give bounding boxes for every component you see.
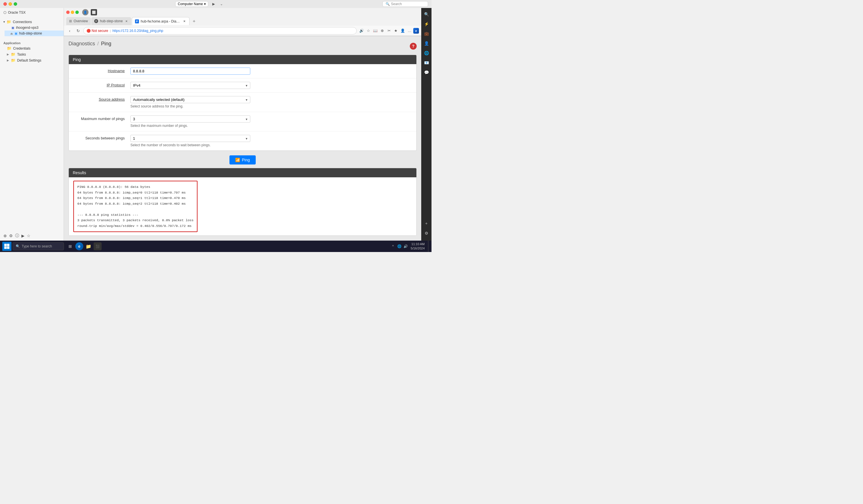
tray-chevron-icon[interactable]: ^ [390, 244, 396, 249]
mac-titlebar: Computer Name ▾ ▶ ⌄ 🔍 Search [0, 0, 432, 8]
wifi-icon: 📶 [235, 158, 240, 162]
tab-hub-fw-close[interactable]: ✕ [182, 20, 186, 23]
browser-tab-hub-step-stone[interactable]: ✕ hub-step-stone ✕ [91, 17, 131, 25]
sidebar-application-header: Application [0, 40, 64, 45]
browser-window-icon[interactable]: ⬜ [91, 9, 97, 15]
ip-protocol-select-wrap: IPv4 IPv6 [130, 82, 250, 89]
tasks-label: Tasks [17, 52, 26, 56]
taskbar-clock[interactable]: 11:10 AM 5/16/2024 [411, 242, 425, 251]
address-bar[interactable]: 🔴 Not secure | https://172.16.0.20/diag_… [83, 27, 357, 35]
sidebar-item-default-settings[interactable]: ▶ 📁 Default Settings [0, 57, 64, 63]
profile-signin-icon[interactable]: 👤 [400, 28, 406, 34]
not-secure-label: Not secure [92, 29, 108, 33]
seconds-select[interactable]: 1 2 3 5 [130, 135, 250, 142]
right-bag-icon[interactable]: 💼 [422, 30, 430, 38]
taskbar-multitasking-icon[interactable]: ⊞ [66, 242, 74, 250]
mac-max-button[interactable] [14, 2, 17, 6]
result-stats-1: 3 packets transmitted, 3 packets receive… [77, 218, 193, 223]
right-lightning-icon[interactable]: ⚡ [422, 20, 430, 28]
ip-protocol-select[interactable]: IPv4 IPv6 [130, 82, 250, 89]
info-icon[interactable]: ⓘ [15, 233, 19, 238]
forward-icon[interactable]: ▶ [21, 233, 25, 238]
computer-name-dropdown[interactable]: Computer Name ▾ [175, 1, 208, 7]
tab-hub-step-stone-close[interactable]: ✕ [124, 19, 128, 23]
right-settings-icon[interactable]: ⚙ [422, 229, 430, 237]
browser-close-btn[interactable] [66, 11, 70, 14]
tray-network-icon[interactable]: 🌐 [397, 244, 402, 249]
taskbar-time: 11:10 AM [411, 242, 425, 246]
source-address-hint: Select source address for the ping. [130, 104, 412, 108]
chevron-down-icon[interactable]: ⌄ [218, 1, 224, 7]
screenshot-icon[interactable]: ✂ [386, 28, 392, 34]
taskbar-terminal-icon[interactable]: ⬛ [93, 242, 102, 250]
results-body: PING 8.8.8.8 (8.8.8.8): 56 data bytes 64… [69, 177, 416, 235]
source-address-control: Automatically selected (default) Select … [130, 96, 412, 108]
tray-volume-icon[interactable]: 🔊 [403, 244, 408, 249]
eject-icon: ⏏ [10, 32, 13, 35]
browser-profile-icon[interactable]: 👤 [82, 9, 88, 15]
more-options-icon[interactable]: … [407, 28, 413, 34]
sidebar-item-oracle-tsx[interactable]: ⬡ Oracle TSX [0, 10, 64, 15]
ping-button[interactable]: 📶 Ping [229, 155, 255, 165]
back-button[interactable]: ‹ [66, 27, 73, 34]
titlebar-search[interactable]: 🔍 Search [383, 1, 428, 7]
reload-button[interactable]: ↻ [75, 27, 82, 34]
breadcrumb-parent[interactable]: Diagnostics [68, 41, 95, 47]
right-search-icon[interactable]: 🔍 [422, 10, 430, 18]
read-aloud-icon[interactable]: 🔊 [359, 28, 365, 34]
browser-chrome: 👤 ⬜ ⊞ Overview ✕ hub-step-stone ✕ P hub-… [64, 8, 421, 36]
svg-rect-1 [7, 244, 10, 246]
browser-min-btn[interactable] [71, 11, 74, 14]
favorites-icon[interactable]: ★ [393, 28, 399, 34]
max-pings-label: Maximum number of pings [73, 115, 130, 121]
settings-icon[interactable]: ⚙ [9, 233, 13, 238]
mac-min-button[interactable] [9, 2, 12, 6]
tab-hub-fw-label: hub-fw.home.arpa - Diagnostics [141, 20, 181, 23]
sidebar-item-tasks[interactable]: ▶ 📁 Tasks [0, 51, 64, 57]
taskbar-files-icon[interactable]: 📁 [85, 242, 92, 250]
taskbar-edge-icon[interactable]: e [75, 242, 83, 250]
taskbar-search-bar[interactable]: 🔍 Type here to search [13, 242, 64, 250]
windows-logo-icon [4, 244, 10, 249]
right-add-icon[interactable]: ＋ [422, 220, 430, 228]
breadcrumb-current: Ping [101, 41, 111, 47]
tab-pfsense-icon: P [135, 20, 139, 23]
bookmark-icon[interactable]: ☆ [27, 233, 30, 238]
source-address-select[interactable]: Automatically selected (default) [130, 96, 250, 103]
taskbar-right-section: ^ 🌐 🔊 11:10 AM 5/16/2024 [390, 241, 429, 252]
seconds-select-wrap: 1 2 3 5 [130, 135, 250, 142]
sidebar-item-connections[interactable]: ▾ 📁 Connections [0, 19, 64, 25]
browser-tab-overview[interactable]: ⊞ Overview [66, 17, 91, 25]
taskbar-date: 5/16/2024 [411, 246, 425, 250]
browser-add-icon[interactable]: ⊕ [379, 28, 385, 34]
browser-titlebar: 👤 ⬜ [64, 8, 421, 16]
results-highlight-box: PING 8.8.8.8 (8.8.8.8): 56 data bytes 64… [73, 181, 198, 232]
browser-toolbar-icons: 🔊 ☆ 📖 ⊕ ✂ ★ 👤 … e [359, 28, 419, 34]
sidebar-item-hub-step-stone[interactable]: ⏏ ▣ hub-step-stone [4, 30, 64, 36]
new-tab-button[interactable]: ＋ [190, 17, 198, 25]
mac-close-button[interactable] [3, 2, 7, 6]
sidebar-application-section: Application 📁 Credentials ▶ 📁 Tasks ▶ 📁 … [0, 38, 64, 65]
show-desktop-button[interactable] [428, 241, 429, 252]
start-button[interactable] [2, 242, 11, 251]
right-outlook-icon[interactable]: 📧 [422, 59, 430, 67]
hostname-input[interactable] [130, 67, 250, 75]
hostname-control [130, 67, 412, 75]
right-person-icon[interactable]: 👤 [422, 39, 430, 47]
form-row-max-pings: Maximum number of pings 1 2 3 4 5 10 [69, 112, 416, 131]
browser-max-btn[interactable] [75, 11, 79, 14]
right-globe-icon[interactable]: 🌐 [422, 49, 430, 57]
browser-tab-hub-fw[interactable]: P hub-fw.home.arpa - Diagnostics ✕ [132, 17, 189, 25]
reading-view-icon[interactable]: 📖 [372, 28, 378, 34]
max-pings-select[interactable]: 1 2 3 4 5 10 [130, 115, 250, 122]
svg-rect-0 [4, 244, 7, 246]
ip-protocol-control: IPv4 IPv6 [130, 82, 412, 89]
sidebar-item-ihoogend[interactable]: ▣ ihoogend-vps3 [4, 25, 64, 30]
favorite-icon[interactable]: ☆ [365, 28, 372, 34]
help-icon[interactable]: ? [410, 43, 417, 50]
max-pings-control: 1 2 3 4 5 10 Select the maximum number o… [130, 115, 412, 128]
play-icon[interactable]: ▶ [211, 1, 216, 7]
sidebar-item-credentials[interactable]: 📁 Credentials [0, 45, 64, 51]
add-icon[interactable]: ⊕ [3, 233, 7, 238]
right-teams-icon[interactable]: 💬 [422, 68, 430, 76]
